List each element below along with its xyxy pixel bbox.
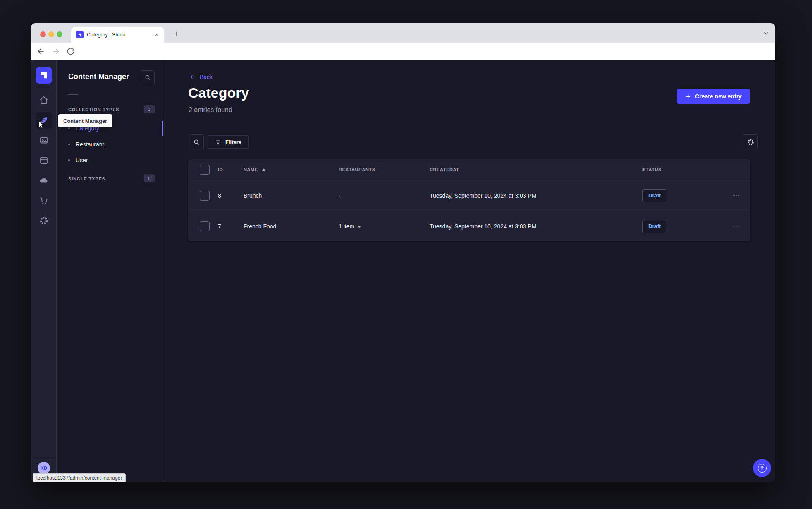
divider xyxy=(31,459,57,459)
sidebar-item-restaurant[interactable]: Restaurant xyxy=(57,137,163,152)
divider xyxy=(68,94,78,95)
gear-icon xyxy=(747,138,755,146)
entries-count: 2 entries found xyxy=(189,106,232,114)
link-status-bar: localhost:1337/admin/content-manager xyxy=(33,473,126,482)
tab-strip: Category | Strapi ✕ + xyxy=(31,23,775,43)
cell-createdat: Tuesday, September 10, 2024 at 3:03 PM xyxy=(430,223,642,230)
strapi-favicon-icon xyxy=(76,31,84,38)
single-types-label: SINGLE TYPES xyxy=(68,176,105,181)
bullet-icon xyxy=(68,159,70,161)
back-link[interactable]: Back xyxy=(189,74,213,80)
row-actions-menu-icon[interactable] xyxy=(721,223,750,230)
table-row[interactable]: 7 French Food 1 item Tuesday, September … xyxy=(188,211,750,241)
filters-label: Filters xyxy=(225,139,241,145)
cloud-icon[interactable] xyxy=(39,175,49,185)
active-item-indicator xyxy=(162,121,163,136)
create-new-entry-label: Create new entry xyxy=(695,93,742,100)
sidebar-item-user[interactable]: User xyxy=(57,153,163,168)
view-settings-button[interactable] xyxy=(743,134,758,149)
cell-restaurants[interactable]: 1 item xyxy=(339,223,430,230)
collection-types-count-badge: 3 xyxy=(144,105,155,113)
tab-close-icon[interactable]: ✕ xyxy=(153,31,160,38)
row-actions-menu-icon[interactable] xyxy=(721,192,750,199)
strapi-logo[interactable] xyxy=(36,67,52,84)
main-content: Back Category 2 entries found Create new… xyxy=(163,60,775,482)
media-library-icon[interactable] xyxy=(39,135,49,145)
plus-icon xyxy=(685,94,691,100)
content-type-builder-icon[interactable] xyxy=(39,156,49,166)
collection-types-label: COLLECTION TYPES xyxy=(68,107,119,112)
sort-ascending-icon xyxy=(262,168,266,171)
select-all-checkbox[interactable] xyxy=(200,165,210,175)
browser-toolbar: localhost:1337/admin/content-manager/col… xyxy=(31,43,775,60)
browser-window: Category | Strapi ✕ + localhost:1337/adm… xyxy=(31,23,775,482)
marketplace-icon[interactable] xyxy=(39,196,49,206)
status-badge: Draft xyxy=(642,220,666,233)
bullet-icon xyxy=(68,127,70,129)
row-checkbox[interactable] xyxy=(200,221,210,231)
create-new-entry-button[interactable]: Create new entry xyxy=(677,89,750,104)
filters-button[interactable]: Filters xyxy=(208,135,249,149)
settings-icon[interactable] xyxy=(39,216,49,226)
back-nav-icon[interactable] xyxy=(36,47,45,56)
subnav-search-button[interactable] xyxy=(141,70,155,84)
reload-icon[interactable] xyxy=(66,47,75,56)
entries-table: ID NAME RESTAURANTS CREATEDAT STATUS 8 B… xyxy=(188,159,750,241)
minimize-window-button[interactable] xyxy=(48,31,54,37)
sidebar-item-label: Restaurant xyxy=(76,141,104,148)
cell-id: 8 xyxy=(218,192,244,199)
cell-restaurants: - xyxy=(339,192,430,199)
back-label: Back xyxy=(200,74,213,80)
column-header-status[interactable]: STATUS xyxy=(642,167,721,172)
window-controls xyxy=(40,31,62,37)
table-header-row: ID NAME RESTAURANTS CREATEDAT STATUS xyxy=(188,159,750,180)
close-window-button[interactable] xyxy=(40,31,46,37)
main-navigation: KD xyxy=(31,60,57,482)
table-row[interactable]: 8 Brunch - Tuesday, September 10, 2024 a… xyxy=(188,180,750,211)
new-tab-button[interactable]: + xyxy=(171,29,182,39)
zoom-window-button[interactable] xyxy=(57,31,62,37)
help-button[interactable]: ? xyxy=(753,459,771,477)
subnav-title: Content Manager xyxy=(68,72,129,81)
content-manager-tooltip: Content Manager xyxy=(58,114,112,127)
bullet-icon xyxy=(68,144,70,145)
tab-title: Category | Strapi xyxy=(87,32,150,38)
filter-icon xyxy=(215,139,221,145)
arrow-left-icon xyxy=(189,74,196,80)
strapi-app: KD Content Manager COLLECTION TYPES 3 Ca… xyxy=(31,60,775,482)
tab-search-chevron-icon[interactable] xyxy=(762,29,770,37)
search-button[interactable] xyxy=(189,134,204,149)
column-header-createdat[interactable]: CREATEDAT xyxy=(430,167,642,172)
divider xyxy=(35,88,53,88)
cell-name: French Food xyxy=(244,223,339,230)
column-header-name[interactable]: NAME xyxy=(244,167,339,172)
cell-id: 7 xyxy=(218,223,244,230)
sidebar-item-label: User xyxy=(76,157,88,163)
browser-tab[interactable]: Category | Strapi ✕ xyxy=(71,27,164,43)
single-types-count-badge: 0 xyxy=(144,174,155,182)
chevron-down-icon xyxy=(357,226,361,228)
home-icon[interactable] xyxy=(39,95,49,105)
cell-name: Brunch xyxy=(244,192,339,199)
mouse-cursor-icon xyxy=(37,120,46,130)
column-header-id[interactable]: ID xyxy=(218,167,244,172)
page-title: Category xyxy=(188,85,249,101)
forward-nav-icon[interactable] xyxy=(51,47,60,56)
cell-createdat: Tuesday, September 10, 2024 at 3:03 PM xyxy=(430,192,642,199)
column-header-restaurants[interactable]: RESTAURANTS xyxy=(339,167,430,172)
question-mark-icon: ? xyxy=(758,464,767,473)
status-badge: Draft xyxy=(642,189,666,202)
user-avatar[interactable]: KD xyxy=(38,462,50,474)
search-icon xyxy=(193,139,200,146)
row-checkbox[interactable] xyxy=(200,191,210,201)
